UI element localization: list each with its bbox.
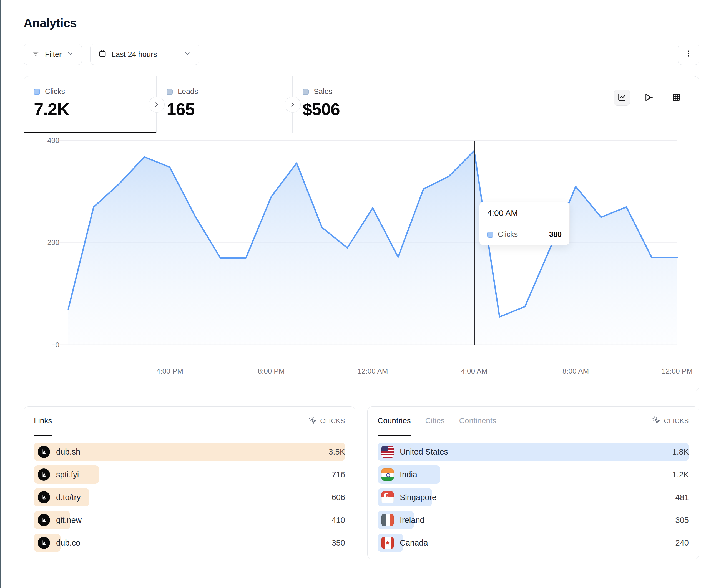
kebab-menu-icon	[684, 49, 693, 60]
countries-list: United States1.8KIndia1.2KSingapore481Ir…	[368, 435, 699, 559]
link-clicks-value: 3.5K	[328, 447, 345, 456]
leads-metric-value: 165	[167, 99, 292, 119]
date-range-label: Last 24 hours	[112, 50, 157, 59]
x-axis-tick-800pm: 8:00 PM	[258, 367, 285, 376]
country-row[interactable]: Canada240	[378, 534, 689, 552]
leads-metric-label: Leads	[178, 87, 198, 96]
link-row[interactable]: dub.co350	[34, 534, 345, 552]
sales-series-marker	[303, 89, 309, 95]
chevron-down-icon	[184, 50, 191, 59]
expand-leads-button[interactable]	[284, 96, 301, 113]
countries-metric-toggle[interactable]: CLICKS	[652, 416, 689, 426]
link-row[interactable]: dub.sh3.5K	[34, 443, 345, 461]
country-clicks-value: 240	[675, 538, 689, 547]
y-axis-tick-200: 200	[26, 238, 59, 247]
metric-tabs-row: Clicks 7.2K Leads 165 Sales $506	[24, 76, 699, 133]
country-clicks-value: 481	[675, 493, 689, 502]
clicks-metric-value: 7.2K	[34, 99, 156, 119]
country-row[interactable]: United States1.8K	[378, 443, 689, 461]
expand-clicks-button[interactable]	[149, 96, 165, 113]
clicks-chart-svg	[24, 137, 699, 367]
links-metric-toggle[interactable]: CLICKS	[308, 416, 345, 426]
analytics-page: Analytics Filter Last 24 hours Clicks 7.…	[0, 0, 711, 560]
cursor-click-icon	[308, 416, 317, 426]
date-range-selector[interactable]: Last 24 hours	[90, 44, 199, 65]
country-clicks-value: 305	[675, 516, 689, 525]
leads-series-marker	[167, 89, 173, 95]
y-axis-tick-400: 400	[26, 136, 59, 145]
country-row[interactable]: Ireland305	[378, 511, 689, 529]
country-label: United States	[400, 447, 448, 456]
filter-button[interactable]: Filter	[24, 44, 82, 65]
link-label: dub.co	[56, 538, 80, 547]
x-axis-tick-1200pm: 12:00 PM	[662, 367, 692, 376]
x-axis-tick-1200am: 12:00 AM	[358, 367, 388, 376]
tooltip-metric-label: Clicks	[498, 230, 518, 239]
countries-metric-header-label: CLICKS	[664, 417, 689, 425]
links-list: dub.sh3.5Kspti.fyi716d.to/try606git.new4…	[24, 435, 355, 559]
chart-tooltip: 4:00 AM Clicks 380	[479, 202, 570, 245]
country-label: Canada	[400, 538, 428, 547]
toolbar: Filter Last 24 hours	[24, 44, 699, 65]
country-label: Ireland	[400, 516, 425, 525]
countries-panel: Countries Cities Continents CLICKS Unite…	[367, 406, 699, 560]
link-label: dub.sh	[56, 447, 80, 456]
table-view-button[interactable]	[668, 90, 684, 106]
link-value-bar	[34, 443, 345, 461]
clicks-timeseries-chart[interactable]: 4:00 AM Clicks 380 4002000 4:00 PM8:00 P…	[24, 133, 699, 391]
countries-panel-header: Countries Cities Continents CLICKS	[368, 407, 699, 435]
links-panel-header: Links CLICKS	[24, 407, 355, 435]
line-chart-view-button[interactable]	[614, 90, 630, 106]
chevron-down-icon	[67, 50, 74, 59]
country-flag-icon-in	[382, 469, 394, 481]
sales-metric-label: Sales	[314, 87, 332, 96]
more-options-button[interactable]	[678, 44, 699, 65]
link-clicks-value: 350	[332, 538, 345, 547]
chart-view-switcher	[614, 90, 684, 106]
country-label: India	[400, 470, 417, 479]
tab-countries[interactable]: Countries	[378, 407, 411, 436]
link-favicon-dub-logo-icon	[38, 491, 50, 503]
tab-continents[interactable]: Continents	[459, 407, 496, 436]
x-axis-tick-400pm: 4:00 PM	[156, 367, 183, 376]
filter-icon	[31, 49, 40, 60]
link-label: spti.fyi	[56, 470, 79, 479]
link-favicon-dub-logo-icon	[38, 537, 50, 549]
links-panel: Links CLICKS dub.sh3.5Kspti.fyi716d.to/t…	[24, 406, 356, 560]
funnel-chart-view-button[interactable]	[641, 90, 657, 106]
line-chart-icon	[617, 93, 627, 103]
grid-table-icon	[672, 93, 681, 103]
country-label: Singapore	[400, 493, 436, 502]
metric-tab-leads[interactable]: Leads 165	[156, 76, 293, 133]
tab-links[interactable]: Links	[34, 407, 52, 436]
link-favicon-dub-logo-icon	[38, 514, 50, 526]
metric-tab-clicks[interactable]: Clicks 7.2K	[24, 76, 156, 133]
link-row[interactable]: spti.fyi716	[34, 466, 345, 484]
filter-button-label: Filter	[45, 50, 62, 59]
hover-crosshair-line	[474, 141, 475, 345]
y-axis-tick-0: 0	[26, 341, 59, 349]
country-row[interactable]: Singapore481	[378, 488, 689, 506]
page-title: Analytics	[24, 16, 699, 30]
link-clicks-value: 606	[332, 493, 345, 502]
link-label: git.new	[56, 516, 82, 525]
country-flag-icon-sg	[382, 491, 394, 503]
link-favicon-dub-logo-icon	[38, 446, 50, 458]
clicks-series-marker	[34, 89, 40, 95]
link-favicon-dub-logo-icon	[38, 469, 50, 481]
country-row[interactable]: India1.2K	[378, 466, 689, 484]
tooltip-series-marker	[487, 232, 493, 238]
metric-tab-sales[interactable]: Sales $506	[293, 76, 699, 133]
funnel-icon	[644, 93, 654, 103]
link-row[interactable]: git.new410	[34, 511, 345, 529]
window-edge-accent	[0, 0, 1, 588]
link-clicks-value: 716	[332, 470, 345, 479]
country-clicks-value: 1.8K	[672, 447, 689, 456]
link-clicks-value: 410	[332, 516, 345, 525]
country-flag-icon-ca	[382, 537, 394, 549]
country-flag-icon-ie	[382, 514, 394, 526]
x-axis-tick-800am: 8:00 AM	[562, 367, 589, 376]
link-row[interactable]: d.to/try606	[34, 488, 345, 506]
tab-cities[interactable]: Cities	[425, 407, 445, 436]
links-metric-header-label: CLICKS	[320, 417, 345, 425]
